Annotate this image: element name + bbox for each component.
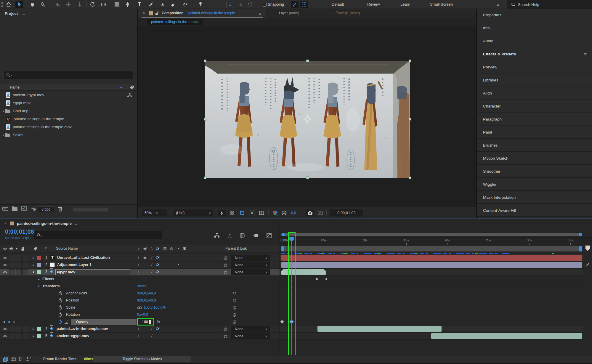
layer-row-2[interactable]: ▸ 2 Adjustment Layer 1 ♁ / fx ◑ @ None∨	[0, 262, 280, 269]
parent-dropdown[interactable]: None∨	[231, 262, 270, 268]
motion-blur-icon[interactable]	[251, 232, 260, 238]
panel-tab-paint[interactable]: Paint	[477, 126, 592, 139]
keyframe-diamond[interactable]	[280, 320, 284, 324]
effects-column-icon[interactable]: fx	[155, 246, 161, 251]
current-timecode[interactable]: 0;00;01;08	[5, 228, 34, 235]
track-row[interactable]	[280, 318, 583, 325]
property-value[interactable]: 100,0,100,0%	[144, 305, 166, 310]
panel-tab-align[interactable]: Align	[477, 87, 592, 100]
effect-dot[interactable]	[325, 278, 327, 280]
property-value[interactable]: 960,0,540,0	[137, 298, 156, 302]
audio-column-icon[interactable]	[9, 247, 13, 251]
comp-marker-icon[interactable]	[585, 246, 590, 251]
composition-canvas[interactable]	[138, 26, 476, 207]
workspace-overflow-chevrons[interactable]: »	[497, 0, 499, 9]
resolution-dropdown[interactable]: (Half)∨	[174, 209, 213, 217]
expander-icon[interactable]: ▸	[32, 334, 35, 338]
collapse-switch[interactable]	[143, 256, 147, 260]
panel-tab-brushes[interactable]: Brushes	[477, 139, 592, 152]
property-label[interactable]: Position	[66, 298, 79, 302]
quality-switch[interactable]: /	[149, 326, 155, 331]
layer-color-chip[interactable]	[37, 270, 41, 274]
selection-handle[interactable]	[204, 118, 206, 121]
region-of-interest-icon[interactable]	[248, 210, 256, 216]
parent-dropdown[interactable]: None∨	[231, 326, 270, 332]
snap-along-edges-icon[interactable]	[291, 1, 299, 8]
tab-footage[interactable]: Footage (none)	[336, 11, 360, 15]
snapshot-icon[interactable]	[306, 210, 314, 216]
pickwhip-icon[interactable]: @	[224, 256, 227, 260]
track-row[interactable]	[280, 262, 583, 269]
position-row[interactable]: Position 960,0,540,0 @	[0, 297, 280, 304]
label-column-icon[interactable]	[33, 247, 38, 251]
panel-tab-paragraph[interactable]: Paragraph	[477, 113, 592, 126]
project-search-input[interactable]	[13, 73, 125, 77]
opacity-row[interactable]: ◀ ◆ ▶ Opacity % @	[0, 318, 280, 325]
expander-icon[interactable]: ▸	[2, 133, 5, 137]
transform-group-row[interactable]: ▾ Transform Reset	[0, 283, 280, 290]
link-dimensions-icon[interactable]	[137, 306, 142, 309]
timeline-tab-label[interactable]: painted-ceilings-in-the-temple	[17, 221, 72, 226]
pickwhip-icon[interactable]: @	[232, 320, 236, 324]
camera-tool-icon[interactable]	[100, 1, 108, 8]
puppet-pin-tool-icon[interactable]	[197, 1, 204, 8]
shy-switch[interactable]: ♁	[135, 255, 141, 259]
panel-tab-preview[interactable]: Preview	[477, 61, 592, 73]
layer-row-4[interactable]: ▸ 4 painted...s-in-the-temple.mov ♁ / fx…	[0, 325, 280, 333]
zoom-tool-icon[interactable]	[39, 1, 47, 8]
shy-switch[interactable]: ♁	[135, 333, 141, 338]
name-column-header[interactable]: Name	[10, 85, 20, 89]
pickwhip-icon[interactable]: @	[232, 305, 236, 310]
timeline-search-input[interactable]	[43, 233, 149, 238]
reset-link[interactable]: Reset	[137, 284, 146, 288]
search-options-chevron-icon[interactable]: ▾	[11, 74, 12, 76]
mask-visibility-icon[interactable]	[238, 210, 246, 216]
pen-tool-icon[interactable]	[124, 1, 131, 8]
expand-transfer-controls-icon[interactable]	[10, 357, 16, 362]
rotation-tool-icon[interactable]	[89, 1, 97, 8]
world-axis-mode-icon[interactable]	[237, 1, 245, 8]
project-item-row[interactable]: ancient-egypt.mov	[0, 91, 137, 99]
draft-3d-icon[interactable]	[225, 232, 234, 238]
pickwhip-icon[interactable]: @	[224, 327, 227, 331]
lock-column-icon[interactable]	[21, 247, 25, 251]
layer-bar-1[interactable]	[281, 255, 582, 261]
panel-tab-content-aware-fill[interactable]: Content-Aware Fill	[477, 204, 592, 217]
timeline-menu-icon[interactable]: ≡	[74, 221, 77, 226]
layer-color-chip[interactable]	[37, 327, 41, 331]
selection-handle[interactable]	[306, 60, 309, 62]
track-row[interactable]	[280, 333, 583, 340]
horizontal-scrollbar[interactable]	[73, 208, 108, 211]
layer-bar-5[interactable]	[431, 333, 582, 339]
next-keyframe-icon[interactable]: ▶	[13, 320, 16, 324]
pickwhip-icon[interactable]: @	[232, 298, 236, 303]
shy-switch[interactable]: ♁	[135, 270, 141, 274]
frame-blending-icon[interactable]	[238, 232, 247, 238]
expand-render-time-icon[interactable]	[26, 357, 31, 362]
help-search[interactable]	[507, 0, 592, 9]
layer-name[interactable]: Unravel...of a Lost Civilization	[57, 256, 110, 260]
pickwhip-icon[interactable]: @	[232, 312, 236, 317]
eraser-tool-icon[interactable]	[169, 1, 177, 8]
panel-tab-properties[interactable]: Properties	[477, 9, 592, 21]
fx-switch[interactable]: fx	[155, 326, 161, 331]
expand-layer-switches-icon[interactable]	[3, 357, 8, 362]
track-row[interactable]	[280, 269, 583, 276]
panel-tab-info[interactable]: Info	[477, 22, 592, 34]
keyframe-toggle-icon[interactable]: ◆	[8, 320, 10, 324]
layer-name-editing[interactable]: egypt.mov	[55, 269, 130, 275]
quality-switch[interactable]: /	[149, 270, 155, 274]
new-composition-icon[interactable]	[21, 206, 27, 211]
selection-handle[interactable]	[306, 177, 309, 179]
roto-brush-tool-icon[interactable]	[181, 1, 189, 8]
close-icon[interactable]: ×	[4, 221, 7, 225]
expander-icon[interactable]: ▾	[32, 270, 35, 274]
property-label-highlighted[interactable]: Opacity	[71, 319, 137, 325]
viewer-menu-icon[interactable]: ≡	[259, 11, 261, 16]
expander-icon[interactable]: ▸	[32, 256, 35, 260]
help-search-input[interactable]	[518, 2, 577, 7]
property-label[interactable]: Rotation	[66, 312, 80, 317]
timeline-horizontal-scrollbar[interactable]	[281, 233, 582, 236]
panel-tab-libraries[interactable]: Libraries	[477, 74, 592, 86]
quality-switch[interactable]: /	[149, 262, 155, 267]
